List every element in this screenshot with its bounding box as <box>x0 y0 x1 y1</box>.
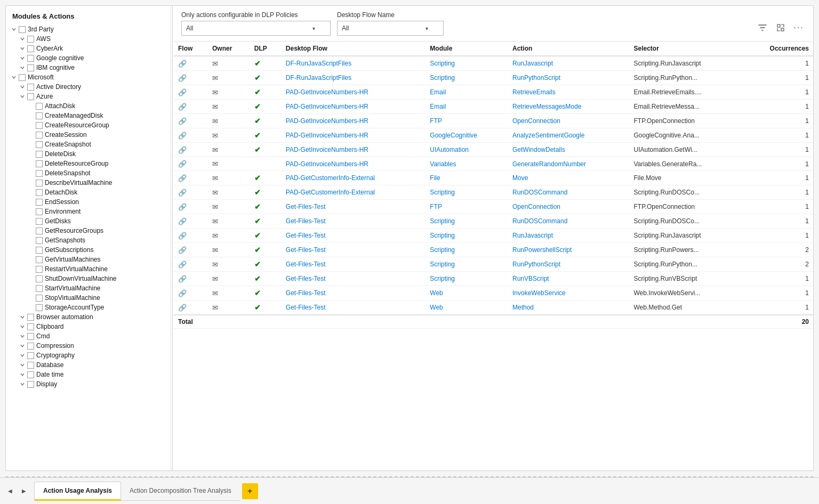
tree-checkbox[interactable] <box>36 227 43 234</box>
cell-action[interactable]: RunDOSCommand <box>508 185 630 200</box>
tree-checkbox[interactable] <box>36 122 43 129</box>
desktop-flow-link[interactable]: Get-Files-Test <box>286 289 326 297</box>
module-link[interactable]: FTP <box>430 203 442 210</box>
tree-checkbox[interactable] <box>27 343 34 349</box>
cell-flow[interactable]: 🔗 <box>174 56 208 71</box>
module-link[interactable]: FTP <box>430 117 442 125</box>
module-link[interactable]: Scripting <box>430 217 455 225</box>
cell-flow[interactable]: 🔗 <box>174 71 208 85</box>
tree-item[interactable]: CreateResourceGroup <box>6 120 171 130</box>
module-link[interactable]: Variables <box>430 160 456 168</box>
action-link[interactable]: RunDOSCommand <box>512 189 567 196</box>
module-link[interactable]: Web <box>430 304 443 311</box>
action-link[interactable]: RunPythonScript <box>512 74 560 82</box>
cell-desktop-flow[interactable]: PAD-GetInvoiceNumbers-HR <box>282 114 426 128</box>
desktop-flow-link[interactable]: Get-Files-Test <box>286 304 326 311</box>
desktop-flow-link[interactable]: PAD-GetInvoiceNumbers-HR <box>286 146 368 153</box>
cell-flow[interactable]: 🔗 <box>174 185 208 200</box>
cell-module[interactable]: Scripting <box>425 214 508 229</box>
action-link[interactable]: GenerateRandomNumber <box>512 160 586 168</box>
module-link[interactable]: UIAutomation <box>430 146 469 153</box>
cell-desktop-flow[interactable]: Get-Files-Test <box>282 286 426 300</box>
cell-action[interactable]: OpenConnection <box>508 200 630 214</box>
tree-checkbox[interactable] <box>36 189 43 196</box>
tree-item[interactable]: DeleteDisk <box>6 149 171 159</box>
module-link[interactable]: Web <box>430 289 443 297</box>
cell-module[interactable]: UIAutomation <box>425 143 508 157</box>
module-link[interactable]: Scripting <box>430 232 455 239</box>
module-link[interactable]: Email <box>430 103 446 110</box>
tree-item[interactable]: CreateSession <box>6 130 171 140</box>
action-link[interactable]: OpenConnection <box>512 203 560 210</box>
module-link[interactable]: Scripting <box>430 189 455 196</box>
tree-checkbox[interactable] <box>27 371 34 378</box>
action-link[interactable]: Move <box>512 174 528 182</box>
filter2-dropdown[interactable]: All ▾ <box>337 21 444 36</box>
module-link[interactable]: GoogleCognitive <box>430 132 477 139</box>
cell-desktop-flow[interactable]: Get-Files-Test <box>282 214 426 229</box>
tree-item[interactable]: IBM cognitive <box>6 63 171 72</box>
action-link[interactable]: OpenConnection <box>512 117 560 125</box>
tree-checkbox[interactable] <box>36 132 43 139</box>
tree-checkbox[interactable] <box>36 304 43 311</box>
cell-flow[interactable]: 🔗 <box>174 128 208 143</box>
cell-action[interactable]: GetWindowDetails <box>508 143 630 157</box>
flow-link-icon[interactable]: 🔗 <box>178 146 187 154</box>
tree-item[interactable]: Cmd <box>6 331 171 341</box>
desktop-flow-link[interactable]: Get-Files-Test <box>286 232 326 239</box>
cell-flow[interactable]: 🔗 <box>174 257 208 272</box>
cell-action[interactable]: InvokeWebService <box>508 286 630 300</box>
cell-action[interactable]: RunPythonScript <box>508 71 630 85</box>
cell-desktop-flow[interactable]: PAD-GetInvoiceNumbers-HR <box>282 85 426 100</box>
tree-item[interactable]: Microsoft <box>6 72 171 82</box>
module-link[interactable]: Email <box>430 88 446 96</box>
tree-item[interactable]: Browser automation <box>6 312 171 322</box>
tree-checkbox[interactable] <box>36 170 43 177</box>
flow-link-icon[interactable]: 🔗 <box>178 203 187 211</box>
cell-module[interactable]: Scripting <box>425 185 508 200</box>
tree-item[interactable]: StopVirtualMachine <box>6 293 171 303</box>
tree-item[interactable]: GetVirtualMachines <box>6 255 171 264</box>
cell-flow[interactable]: 🔗 <box>174 143 208 157</box>
cell-desktop-flow[interactable]: DF-RunJavaScriptFiles <box>282 71 426 85</box>
cell-module[interactable]: Email <box>425 100 508 114</box>
tree-checkbox[interactable] <box>27 55 34 62</box>
tree-checkbox[interactable] <box>36 256 43 263</box>
tree-checkbox[interactable] <box>36 237 43 244</box>
tree-checkbox[interactable] <box>36 266 43 273</box>
tree-item[interactable]: GetSubscriptions <box>6 245 171 255</box>
cell-desktop-flow[interactable]: Get-Files-Test <box>282 243 426 257</box>
tree-checkbox[interactable] <box>36 285 43 292</box>
cell-action[interactable]: RunPythonScript <box>508 257 630 272</box>
cell-flow[interactable]: 🔗 <box>174 243 208 257</box>
tree-item[interactable]: Date time <box>6 370 171 379</box>
cell-module[interactable]: Scripting <box>425 229 508 243</box>
tree-item[interactable]: CreateManagedDisk <box>6 111 171 120</box>
action-link[interactable]: AnalyzeSentimentGoogle <box>512 132 584 139</box>
tree-checkbox[interactable] <box>27 84 34 91</box>
action-link[interactable]: RetrieveEmails <box>512 88 556 96</box>
module-link[interactable]: Scripting <box>430 74 455 82</box>
tree-item[interactable]: AWS <box>6 34 171 44</box>
tree-item[interactable]: Environment <box>6 207 171 216</box>
action-link[interactable]: InvokeWebService <box>512 289 566 297</box>
tree-item[interactable]: Database <box>6 360 171 370</box>
cell-desktop-flow[interactable]: DF-RunJavaScriptFiles <box>282 56 426 71</box>
module-link[interactable]: Scripting <box>430 261 455 268</box>
cell-module[interactable]: File <box>425 171 508 185</box>
tree-checkbox[interactable] <box>27 323 34 330</box>
tree-checkbox[interactable] <box>27 362 34 369</box>
tab-decomposition[interactable]: Action Decomposition Tree Analysis <box>121 482 240 501</box>
flow-link-icon[interactable]: 🔗 <box>178 232 187 240</box>
tree-item[interactable]: DescribeVirtualMachine <box>6 178 171 188</box>
flow-link-icon[interactable]: 🔗 <box>178 174 187 182</box>
cell-action[interactable]: RunJavascript <box>508 229 630 243</box>
cell-desktop-flow[interactable]: PAD-GetInvoiceNumbers-HR <box>282 157 426 171</box>
flow-link-icon[interactable]: 🔗 <box>178 289 187 297</box>
tree-checkbox[interactable] <box>36 160 43 167</box>
cell-action[interactable]: RetrieveEmails <box>508 85 630 100</box>
sidebar-resizer[interactable] <box>171 6 174 470</box>
cell-action[interactable]: OpenConnection <box>508 114 630 128</box>
cell-desktop-flow[interactable]: Get-Files-Test <box>282 257 426 272</box>
tree-checkbox[interactable] <box>36 199 43 206</box>
